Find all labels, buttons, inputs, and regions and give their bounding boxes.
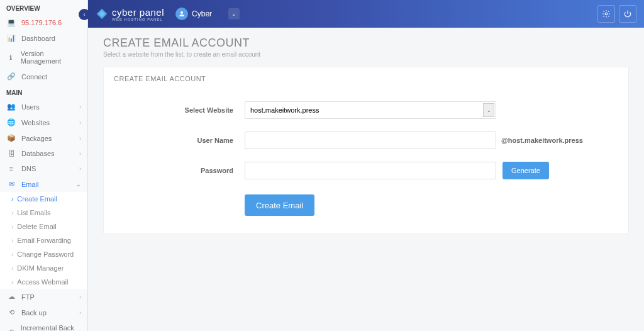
label-select-website: Select Website <box>119 106 245 114</box>
sidebar-item-connect[interactable]: 🔗 Connect <box>0 69 87 84</box>
label-password: Password <box>119 167 245 174</box>
sub-item-label: Change Password <box>17 250 74 258</box>
sidebar-item-email[interactable]: ✉ Email ⌄ <box>0 176 87 192</box>
username-input[interactable] <box>245 132 496 149</box>
laptop-icon: 💻 <box>6 18 16 26</box>
chevron-right-icon: › <box>79 120 81 126</box>
sidebar-item-dns[interactable]: ≡ DNS › <box>0 161 87 176</box>
user-menu[interactable]: Cyber ⌄ <box>175 8 240 20</box>
row-password: Password Generate <box>104 155 628 186</box>
brand[interactable]: cyber panel WEB HOSTING PANEL <box>96 7 164 21</box>
row-select-website: Select Website host.makeitwork.press ⌄ <box>104 95 628 125</box>
sidebar-item-version[interactable]: ℹ Version Management <box>0 46 87 69</box>
sidebar-item-label: DNS <box>21 165 36 172</box>
topbar: cyber panel WEB HOSTING PANEL ‹ Cyber ⌄ <box>88 0 644 28</box>
chevron-right-icon: › <box>79 150 81 157</box>
sub-item-list-emails[interactable]: List Emails <box>0 206 87 220</box>
dns-icon: ≡ <box>6 165 16 172</box>
brand-tagline: WEB HOSTING PANEL <box>112 18 164 21</box>
sidebar-item-label: Databases <box>21 150 55 157</box>
svg-point-2 <box>180 11 183 14</box>
password-input[interactable] <box>245 162 496 179</box>
sub-item-label: Access Webmail <box>17 278 68 286</box>
chevron-right-icon: › <box>79 166 81 172</box>
sub-item-dkim-manager[interactable]: DKIM Manager <box>0 261 87 275</box>
power-icon <box>623 9 632 18</box>
gear-icon <box>602 9 611 18</box>
sidebar-item-users[interactable]: 👥 Users › <box>0 99 87 115</box>
chevron-right-icon: › <box>79 328 81 331</box>
sidebar-item-databases[interactable]: 🗄 Databases › <box>0 146 87 161</box>
sub-item-create-email[interactable]: Create Email <box>0 192 87 206</box>
sidebar-ip-text: 95.179.176.6 <box>21 19 62 26</box>
sidebar-item-incremental-backup[interactable]: ⟲ Incremental Back up › <box>0 320 87 331</box>
generate-password-button[interactable]: Generate <box>502 162 549 179</box>
sidebar-item-websites[interactable]: 🌐 Websites › <box>0 115 87 130</box>
sub-item-label: Delete Email <box>17 223 56 230</box>
sub-item-change-password[interactable]: Change Password <box>0 247 87 261</box>
create-email-panel: CREATE EMAIL ACCOUNT Select Website host… <box>103 67 629 234</box>
cloud-icon: ☁ <box>6 293 16 301</box>
page-title: CREATE EMAIL ACCOUNT <box>103 36 629 50</box>
sidebar-item-ftp[interactable]: ☁ FTP › <box>0 289 87 305</box>
svg-point-3 <box>605 13 608 15</box>
row-username: User Name @host.makeitwork.press <box>104 125 628 155</box>
sub-item-label: DKIM Manager <box>17 264 64 272</box>
sub-item-email-forwarding[interactable]: Email Forwarding <box>0 233 87 247</box>
page-subtitle: Select a website from the list, to creat… <box>103 51 629 58</box>
section-main-label: MAIN <box>0 84 87 99</box>
users-icon: 👥 <box>6 103 16 111</box>
sidebar-item-packages[interactable]: 📦 Packages › <box>0 130 87 146</box>
sub-item-label: Create Email <box>17 195 57 203</box>
dashboard-icon: 📊 <box>6 34 16 42</box>
sub-item-access-webmail[interactable]: Access Webmail <box>0 275 87 289</box>
sidebar-item-dashboard[interactable]: 📊 Dashboard <box>0 30 87 46</box>
section-overview-label: OVERVIEW <box>0 0 87 14</box>
panel-title: CREATE EMAIL ACCOUNT <box>104 67 628 90</box>
settings-button[interactable] <box>597 5 615 23</box>
database-icon: 🗄 <box>6 150 16 157</box>
sidebar-item-label: Back up <box>21 309 47 317</box>
sidebar-item-label: FTP <box>21 293 35 301</box>
sub-item-label: Email Forwarding <box>17 237 71 244</box>
chevron-down-icon[interactable]: ⌄ <box>228 8 240 20</box>
sidebar: OVERVIEW 💻 95.179.176.6 📊 Dashboard ℹ Ve… <box>0 0 88 331</box>
sidebar-item-label: Connect <box>21 73 47 81</box>
sidebar-item-label: Incremental Back up <box>21 324 79 331</box>
user-avatar-icon <box>175 8 188 20</box>
sidebar-item-label: Version Management <box>21 50 81 65</box>
refresh-icon: ⟲ <box>6 328 16 332</box>
mail-icon: ✉ <box>6 180 16 188</box>
sidebar-item-label: Packages <box>21 135 52 142</box>
user-name: Cyber <box>192 9 212 18</box>
chevron-right-icon: › <box>79 135 81 142</box>
chevron-right-icon: › <box>79 294 81 300</box>
sidebar-item-label: Email <box>21 181 39 188</box>
sub-item-label: List Emails <box>17 209 50 216</box>
email-submenu: Create Email List Emails Delete Email Em… <box>0 192 87 289</box>
package-icon: 📦 <box>6 134 16 142</box>
chevron-down-icon: ⌄ <box>76 181 81 188</box>
brand-logo-icon <box>96 8 108 20</box>
sidebar-item-label: Users <box>21 103 40 111</box>
sidebar-item-backup[interactable]: ⟲ Back up › <box>0 305 87 320</box>
username-domain-suffix: @host.makeitwork.press <box>501 137 583 144</box>
info-icon: ℹ <box>6 53 16 62</box>
select-website[interactable]: host.makeitwork.press <box>245 101 496 119</box>
refresh-icon: ⟲ <box>6 308 16 317</box>
sidebar-item-label: Websites <box>21 119 50 126</box>
sidebar-item-ip[interactable]: 💻 95.179.176.6 <box>0 14 87 30</box>
sidebar-collapse-button[interactable]: ‹ <box>79 9 90 20</box>
content-area: CREATE EMAIL ACCOUNT Select a website fr… <box>88 28 644 331</box>
brand-name: cyber panel <box>112 7 164 18</box>
sidebar-item-label: Dashboard <box>21 35 55 42</box>
power-button[interactable] <box>619 5 636 23</box>
globe-icon: 🌐 <box>6 118 16 126</box>
chevron-right-icon: › <box>79 310 81 316</box>
sub-item-delete-email[interactable]: Delete Email <box>0 220 87 233</box>
label-username: User Name <box>119 137 245 144</box>
create-email-button[interactable]: Create Email <box>245 194 314 216</box>
chevron-right-icon: › <box>79 104 81 110</box>
link-icon: 🔗 <box>6 72 16 81</box>
